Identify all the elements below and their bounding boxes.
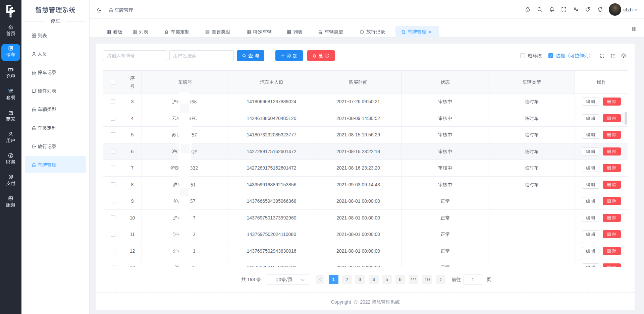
svg-text:VIP: VIP: [8, 89, 13, 92]
